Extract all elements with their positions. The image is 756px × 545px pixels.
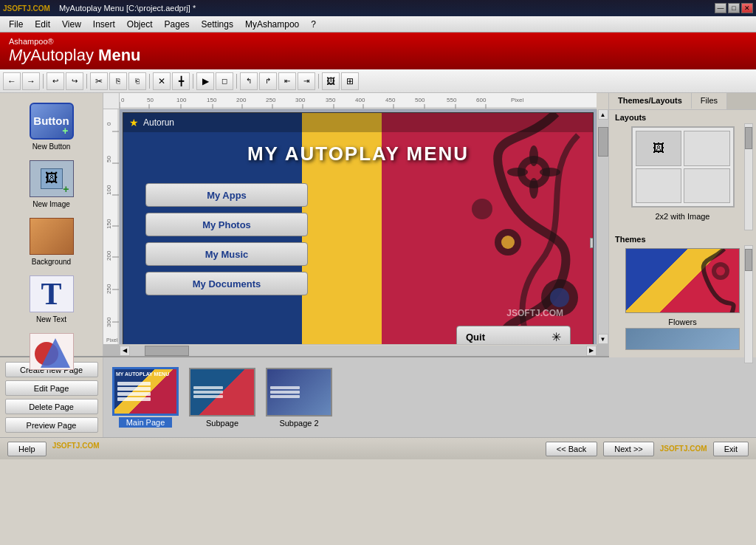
svg-text:250: 250 bbox=[106, 284, 112, 294]
sidebar-item-new-image[interactable]: 🖼 + New Image bbox=[18, 155, 85, 211]
tb-forward-btn[interactable]: → bbox=[22, 72, 40, 90]
theme-thumb-2[interactable] bbox=[625, 328, 740, 350]
menu-object[interactable]: Object bbox=[121, 18, 159, 31]
tb-back-btn[interactable]: ← bbox=[3, 72, 21, 90]
canvas-watermark: JSOFTJ.COM bbox=[506, 308, 563, 318]
tb-delete-btn[interactable]: ✕ bbox=[153, 72, 171, 90]
sidebar-item-background[interactable]: Background bbox=[18, 213, 85, 269]
bottom-right-area: << Back Next >> JSOFTJ.COM Exit bbox=[546, 442, 749, 456]
quit-button[interactable]: Quit ✳ bbox=[456, 326, 571, 344]
svg-text:500: 500 bbox=[415, 97, 425, 103]
help-btn[interactable]: Help bbox=[7, 442, 47, 456]
themes-vscrollbar[interactable] bbox=[744, 245, 753, 363]
svg-text:150: 150 bbox=[207, 97, 217, 103]
theme-thumb-area bbox=[612, 245, 753, 316]
canvas-menu-buttons: My Apps My Photos My Music My Documents bbox=[145, 183, 308, 295]
tb-move-right-btn[interactable]: ↱ bbox=[259, 72, 277, 90]
layouts-label: Layouts bbox=[612, 112, 753, 123]
minimize-button[interactable]: — bbox=[715, 3, 726, 13]
tab-files[interactable]: Files bbox=[692, 93, 727, 109]
edit-page-btn[interactable]: Edit Page bbox=[5, 380, 98, 396]
delete-page-btn[interactable]: Delete Page bbox=[5, 399, 98, 414]
svg-text:50: 50 bbox=[147, 97, 154, 103]
page-thumb-main[interactable]: MY AUTOPLAY MENU Main Page bbox=[112, 367, 179, 428]
tb-redo-btn[interactable]: ↪ bbox=[66, 72, 83, 90]
page-thumb-sub1-label: Subpage bbox=[206, 419, 238, 428]
hscroll-right-btn[interactable]: ▶ bbox=[586, 346, 597, 356]
vscroll-track bbox=[598, 120, 608, 334]
new-image-label: New Image bbox=[32, 200, 70, 208]
layouts-vscroll-thumb[interactable] bbox=[745, 127, 752, 149]
svg-text:300: 300 bbox=[106, 317, 112, 327]
tb-move-left-btn[interactable]: ↰ bbox=[240, 72, 258, 90]
hscroll-thumb[interactable] bbox=[145, 346, 189, 356]
tb-align-left-btn[interactable]: ⇤ bbox=[278, 72, 296, 90]
hscrollbar[interactable]: ◀ ▶ bbox=[120, 344, 597, 356]
svg-text:550: 550 bbox=[447, 97, 457, 103]
tb-cut-btn[interactable]: ✂ bbox=[90, 72, 108, 90]
maximize-button[interactable]: □ bbox=[728, 3, 740, 13]
tb-stop-btn[interactable]: ◻ bbox=[216, 72, 233, 90]
tb-image-btn[interactable]: 🖼 bbox=[322, 72, 340, 90]
hscroll-left-btn[interactable]: ◀ bbox=[120, 346, 130, 356]
menu-pages[interactable]: Pages bbox=[159, 18, 196, 31]
layouts-vscrollbar[interactable] bbox=[744, 123, 753, 230]
menu-btn-my-music[interactable]: My Music bbox=[145, 242, 308, 266]
menu-btn-my-photos[interactable]: My Photos bbox=[145, 213, 308, 236]
preview-page-btn[interactable]: Preview Page bbox=[5, 417, 98, 433]
menu-btn-my-documents[interactable]: My Documents bbox=[145, 272, 308, 295]
menu-help-q[interactable]: ? bbox=[305, 18, 322, 31]
quit-icon: ✳ bbox=[551, 330, 561, 344]
tb-play-btn[interactable]: ▶ bbox=[196, 72, 214, 90]
tb-grid-btn[interactable]: ⊞ bbox=[341, 72, 359, 90]
svg-point-59 bbox=[716, 267, 725, 275]
next-btn[interactable]: Next >> bbox=[603, 442, 654, 456]
layouts-scroll-area: 🖼 2x2 with Image bbox=[612, 123, 753, 230]
page-strip-container: Create new Page Edit Page Delete Page Pr… bbox=[0, 356, 756, 437]
menu-view[interactable]: View bbox=[56, 18, 87, 31]
canvas-title-bar: ★ Autorun bbox=[123, 113, 593, 132]
theme-thumb-label: Flowers bbox=[612, 318, 753, 326]
menu-insert[interactable]: Insert bbox=[87, 18, 121, 31]
tb-paste-btn[interactable]: ⎗ bbox=[128, 72, 146, 90]
canvas-resize-handle[interactable] bbox=[590, 238, 594, 248]
tb-align-right-btn[interactable]: ⇥ bbox=[298, 72, 315, 90]
page-thumb-sub1-img bbox=[189, 368, 255, 417]
vscroll-down-btn[interactable]: ▼ bbox=[598, 334, 608, 344]
themes-vscroll-thumb[interactable] bbox=[745, 249, 752, 271]
vscroll-thumb[interactable] bbox=[598, 127, 608, 157]
app-brand-big: MyAutoplay Menu bbox=[9, 46, 141, 64]
svg-text:450: 450 bbox=[385, 97, 396, 103]
svg-text:150: 150 bbox=[106, 219, 112, 229]
layout-thumb-label: 2x2 with Image bbox=[612, 212, 753, 221]
page-thumb-sub2[interactable]: Subpage 2 bbox=[266, 368, 332, 428]
canvas-main-title: MY AUTOPLAY MENU bbox=[123, 143, 593, 165]
title-brand-left: JSOFTJ.COM bbox=[3, 4, 50, 13]
page-thumb-sub1[interactable]: Subpage bbox=[189, 368, 255, 428]
menu-settings[interactable]: Settings bbox=[196, 18, 239, 31]
exit-btn[interactable]: Exit bbox=[713, 442, 749, 456]
theme-thumb[interactable] bbox=[625, 248, 740, 313]
menu-file[interactable]: File bbox=[3, 18, 29, 31]
sidebar-item-new-button[interactable]: Button + New Button bbox=[18, 97, 85, 154]
vscroll-up-btn[interactable]: ▲ bbox=[598, 109, 608, 120]
svg-text:50: 50 bbox=[106, 156, 112, 162]
bottom-left-area: Help JSOFTJ.COM bbox=[7, 442, 100, 456]
close-button[interactable]: ✕ bbox=[741, 3, 753, 13]
sidebar-item-new-text[interactable]: T New Text bbox=[18, 270, 85, 326]
back-btn[interactable]: << Back bbox=[546, 442, 597, 456]
toolbar: ← → ↩ ↪ ✂ ⎘ ⎗ ✕ ╋ ▶ ◻ ↰ ↱ ⇤ ⇥ 🖼 ⊞ bbox=[0, 69, 756, 93]
svg-text:Pixel: Pixel bbox=[511, 97, 524, 103]
layout-thumb[interactable]: 🖼 bbox=[631, 126, 735, 208]
menu-edit[interactable]: Edit bbox=[29, 18, 56, 31]
background-icon bbox=[30, 216, 74, 256]
vscrollbar[interactable]: ▲ ▼ bbox=[597, 109, 608, 344]
menu-myashampoo[interactable]: MyAshampoo bbox=[239, 18, 305, 31]
ruler-top-row: 0 50 100 150 200 250 300 350 400 bbox=[103, 93, 608, 109]
tb-undo-btn[interactable]: ↩ bbox=[47, 72, 64, 90]
tb-copy-btn[interactable]: ⎘ bbox=[109, 72, 127, 90]
tb-add-btn[interactable]: ╋ bbox=[172, 72, 190, 90]
menu-btn-my-apps[interactable]: My Apps bbox=[145, 183, 308, 207]
canvas-area: 0 50 100 150 200 250 300 350 400 bbox=[103, 93, 608, 356]
tab-themes-layouts[interactable]: Themes/Layouts bbox=[609, 93, 692, 109]
